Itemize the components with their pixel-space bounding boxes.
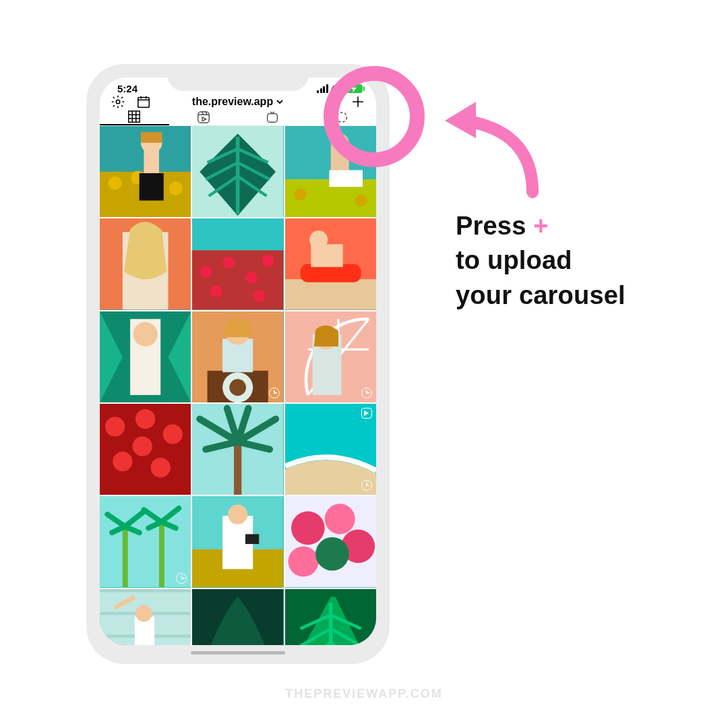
feed-cell[interactable] xyxy=(285,311,376,402)
scheduled-icon xyxy=(361,388,372,398)
caption-text-1: Press xyxy=(456,212,533,240)
status-time: 5:24 xyxy=(117,83,138,94)
feed-cell[interactable] xyxy=(192,311,283,402)
feed-cell[interactable] xyxy=(100,126,191,217)
account-switcher[interactable]: the.preview.app xyxy=(192,96,284,108)
svg-point-45 xyxy=(230,379,247,396)
feed-cell[interactable] xyxy=(285,218,376,309)
svg-rect-3 xyxy=(198,112,210,123)
svg-rect-63 xyxy=(159,522,164,588)
svg-rect-2 xyxy=(129,111,140,123)
svg-point-56 xyxy=(151,458,171,477)
svg-point-29 xyxy=(245,272,257,284)
svg-point-10 xyxy=(169,181,183,195)
svg-rect-34 xyxy=(285,280,376,310)
feed-cell[interactable] xyxy=(100,496,191,587)
home-indicator xyxy=(191,651,285,655)
svg-point-37 xyxy=(309,231,328,249)
app-screen: 5:24 4G the.preview.app xyxy=(100,78,376,645)
scheduled-icon xyxy=(269,388,280,398)
tab-reels[interactable] xyxy=(169,109,239,125)
svg-point-32 xyxy=(253,290,266,302)
watermark: THEPREVIEWAPP.COM xyxy=(0,687,728,701)
svg-point-41 xyxy=(133,322,158,346)
svg-point-71 xyxy=(324,504,355,535)
feed-cell[interactable] xyxy=(285,404,376,495)
svg-point-81 xyxy=(135,605,152,621)
feed-cell[interactable] xyxy=(192,126,283,217)
tab-stories[interactable] xyxy=(307,109,377,125)
svg-rect-14 xyxy=(141,132,162,143)
svg-point-67 xyxy=(228,505,247,524)
svg-rect-1 xyxy=(138,98,150,108)
app-header: the.preview.app xyxy=(100,94,376,109)
tab-grid[interactable] xyxy=(100,109,169,125)
caption-text-2: to upload xyxy=(456,246,572,274)
svg-point-8 xyxy=(108,176,121,189)
feed-cell[interactable] xyxy=(285,589,376,645)
tab-igtv[interactable] xyxy=(238,109,307,125)
network-label: 4G xyxy=(331,84,342,94)
settings-icon[interactable] xyxy=(111,94,125,109)
svg-point-0 xyxy=(116,100,120,104)
content-tabs xyxy=(100,109,376,126)
feed-cell[interactable] xyxy=(100,311,191,402)
feed-cell[interactable] xyxy=(100,218,191,309)
svg-point-27 xyxy=(200,266,212,278)
svg-point-5 xyxy=(336,113,346,123)
svg-point-70 xyxy=(291,512,325,545)
svg-point-54 xyxy=(163,424,183,444)
add-button[interactable] xyxy=(351,94,365,109)
feed-cell[interactable] xyxy=(192,496,283,587)
svg-point-30 xyxy=(262,255,274,267)
feed-cell[interactable] xyxy=(100,404,191,495)
feed-cell[interactable] xyxy=(285,126,376,217)
account-name: the.preview.app xyxy=(192,96,273,108)
svg-point-28 xyxy=(222,257,235,269)
feed-cell[interactable] xyxy=(192,589,283,645)
svg-rect-62 xyxy=(123,526,128,587)
svg-rect-59 xyxy=(234,442,241,495)
signal-icon xyxy=(317,84,328,93)
svg-point-21 xyxy=(294,188,306,200)
caption-text-3: your carousel xyxy=(456,281,626,309)
phone-mockup: 5:24 4G the.preview.app xyxy=(86,64,390,664)
svg-point-57 xyxy=(132,436,152,456)
instruction-caption: Press + to upload your carousel xyxy=(456,209,626,313)
calendar-icon[interactable] xyxy=(136,94,151,109)
svg-point-22 xyxy=(355,194,367,206)
phone-notch xyxy=(167,64,309,91)
scheduled-icon xyxy=(176,573,187,584)
svg-point-55 xyxy=(113,452,132,471)
svg-rect-20 xyxy=(329,170,363,187)
analytics-icon[interactable] xyxy=(325,94,340,109)
chevron-down-icon xyxy=(276,98,284,106)
arrow-icon xyxy=(431,98,546,208)
reel-icon xyxy=(361,408,372,419)
feed-cell[interactable] xyxy=(192,218,283,309)
feed-cell[interactable] xyxy=(100,589,191,645)
feed-grid[interactable] xyxy=(100,126,376,645)
svg-rect-68 xyxy=(245,535,259,545)
svg-point-73 xyxy=(288,547,318,577)
caption-plus: + xyxy=(533,212,548,240)
battery-icon xyxy=(345,84,363,93)
svg-rect-12 xyxy=(140,173,164,201)
svg-point-52 xyxy=(105,417,125,436)
svg-rect-76 xyxy=(100,589,191,593)
svg-point-19 xyxy=(330,133,348,152)
svg-point-74 xyxy=(315,537,349,571)
svg-rect-4 xyxy=(268,114,278,123)
feed-cell[interactable] xyxy=(285,496,376,587)
svg-point-31 xyxy=(210,286,222,298)
svg-point-53 xyxy=(135,409,155,429)
feed-cell[interactable] xyxy=(192,404,283,495)
